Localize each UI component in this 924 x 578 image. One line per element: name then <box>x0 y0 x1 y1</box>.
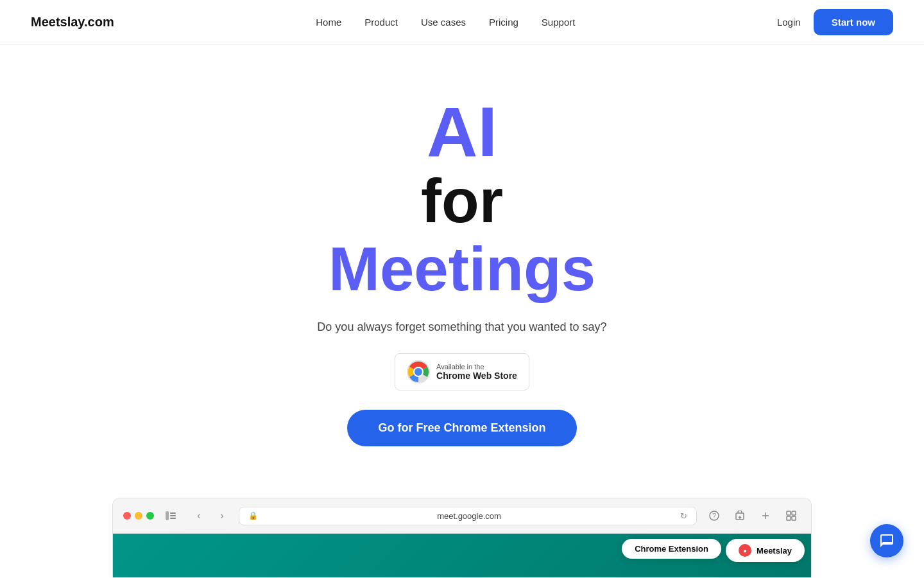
window-maximize-dot[interactable] <box>146 512 154 520</box>
nav-link-support[interactable]: Support <box>542 17 576 28</box>
svg-point-2 <box>415 368 422 376</box>
svg-rect-15 <box>792 516 796 520</box>
svg-rect-13 <box>792 511 796 515</box>
chrome-store-badge[interactable]: Available in the Chrome Web Store <box>395 353 529 390</box>
browser-mockup-wrapper: ‹ › 🔒 meet.google.com ↻ ? <box>0 498 924 577</box>
nav-link-home[interactable]: Home <box>316 17 341 28</box>
browser-mockup: ‹ › 🔒 meet.google.com ↻ ? <box>112 498 812 577</box>
browser-nav-buttons: ‹ › <box>190 507 231 525</box>
chrome-store-text: Available in the Chrome Web Store <box>436 363 517 381</box>
svg-rect-14 <box>787 516 791 520</box>
login-link[interactable]: Login <box>777 17 801 28</box>
chrome-logo-icon <box>407 360 430 383</box>
hero-title: AI for Meetings <box>329 96 595 302</box>
nav-links: Home Product Use cases Pricing Support <box>316 17 575 28</box>
svg-rect-4 <box>170 512 176 514</box>
address-lock-icon: 🔒 <box>248 511 258 520</box>
nav-link-product[interactable]: Product <box>364 17 398 28</box>
svg-rect-5 <box>170 515 176 516</box>
meetslay-dot-icon: ● <box>739 544 751 557</box>
start-now-button[interactable]: Start now <box>814 9 893 35</box>
navbar: Meetslay.com Home Product Use cases Pric… <box>0 0 924 45</box>
browser-back-button[interactable]: ‹ <box>190 507 208 525</box>
browser-content-area: Chrome Extension ● Meetslay <box>113 534 811 577</box>
browser-forward-button[interactable]: › <box>213 507 231 525</box>
chat-icon <box>879 533 894 548</box>
window-close-dot[interactable] <box>123 512 131 520</box>
hero-section: AI for Meetings Do you always forget som… <box>0 45 924 472</box>
browser-share-button[interactable] <box>730 506 749 525</box>
meetslay-label: Meetslay <box>757 546 792 556</box>
hero-line-meetings: Meetings <box>329 235 595 303</box>
sidebar-toggle-button[interactable] <box>162 507 180 525</box>
cta-chrome-extension-button[interactable]: Go for Free Chrome Extension <box>347 410 576 446</box>
browser-action-buttons: ? <box>705 506 801 525</box>
chrome-store-available-text: Available in the <box>436 363 484 371</box>
hero-line-for: for <box>329 167 595 235</box>
meetslay-popup[interactable]: ● Meetslay <box>726 539 805 562</box>
chrome-store-name-text: Chrome Web Store <box>436 371 517 381</box>
chrome-extension-label: Chrome Extension <box>635 544 708 554</box>
svg-rect-12 <box>787 511 791 515</box>
svg-rect-6 <box>170 518 176 519</box>
address-reload-icon[interactable]: ↻ <box>680 511 687 521</box>
chrome-extension-popup[interactable]: Chrome Extension <box>622 539 721 559</box>
chat-bubble-button[interactable] <box>870 524 903 557</box>
browser-downloads-button[interactable]: ? <box>705 506 724 525</box>
browser-new-tab-button[interactable] <box>756 506 775 525</box>
hero-subtitle: Do you always forget something that you … <box>317 320 606 334</box>
nav-link-pricing[interactable]: Pricing <box>489 17 518 28</box>
hero-line-ai: AI <box>329 96 595 167</box>
browser-address-bar[interactable]: 🔒 meet.google.com ↻ <box>239 507 697 525</box>
brand-logo[interactable]: Meetslay.com <box>31 15 114 30</box>
browser-tabs-button[interactable] <box>782 506 801 525</box>
window-minimize-dot[interactable] <box>135 512 142 520</box>
navbar-right: Login Start now <box>777 9 893 35</box>
svg-rect-3 <box>166 511 169 520</box>
svg-text:?: ? <box>712 512 716 520</box>
browser-toolbar: ‹ › 🔒 meet.google.com ↻ ? <box>113 498 811 534</box>
address-text: meet.google.com <box>263 511 675 521</box>
browser-window-dots <box>123 512 154 520</box>
nav-link-use-cases[interactable]: Use cases <box>421 17 466 28</box>
